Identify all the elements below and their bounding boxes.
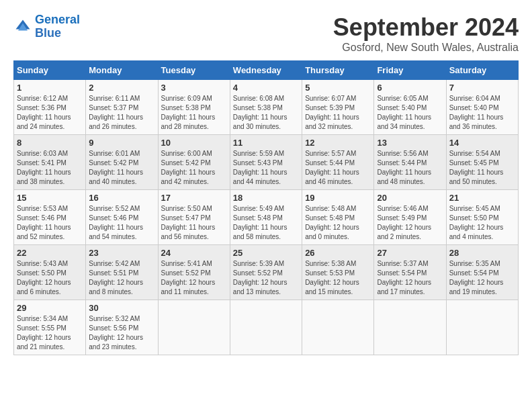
logo: General Blue xyxy=(13,13,80,40)
calendar-cell: 14Sunrise: 5:54 AMSunset: 5:45 PMDayligh… xyxy=(446,135,518,190)
logo-text: General Blue xyxy=(35,13,80,40)
calendar-cell: 11Sunrise: 5:59 AMSunset: 5:43 PMDayligh… xyxy=(230,135,302,190)
day-info: Sunrise: 6:08 AMSunset: 5:38 PMDaylight:… xyxy=(233,94,299,132)
day-number: 13 xyxy=(377,138,443,148)
day-info: Sunrise: 5:43 AMSunset: 5:50 PMDaylight:… xyxy=(17,259,83,297)
calendar-cell: 19Sunrise: 5:48 AMSunset: 5:48 PMDayligh… xyxy=(302,190,374,245)
calendar-cell: 22Sunrise: 5:43 AMSunset: 5:50 PMDayligh… xyxy=(14,245,86,300)
day-info: Sunrise: 5:54 AMSunset: 5:45 PMDaylight:… xyxy=(449,149,515,187)
column-header-sunday: Sunday xyxy=(14,61,86,80)
calendar-cell: 5Sunrise: 6:07 AMSunset: 5:39 PMDaylight… xyxy=(302,80,374,135)
day-number: 4 xyxy=(233,83,299,93)
calendar-cell: 25Sunrise: 5:39 AMSunset: 5:52 PMDayligh… xyxy=(230,245,302,300)
calendar-cell: 13Sunrise: 5:56 AMSunset: 5:44 PMDayligh… xyxy=(374,135,446,190)
calendar-cell: 23Sunrise: 5:42 AMSunset: 5:51 PMDayligh… xyxy=(86,245,158,300)
day-info: Sunrise: 5:42 AMSunset: 5:51 PMDaylight:… xyxy=(89,259,154,297)
day-number: 30 xyxy=(89,303,154,313)
day-number: 27 xyxy=(377,248,443,258)
day-number: 26 xyxy=(305,248,371,258)
calendar-cell: 26Sunrise: 5:38 AMSunset: 5:53 PMDayligh… xyxy=(302,245,374,300)
day-info: Sunrise: 5:53 AMSunset: 5:46 PMDaylight:… xyxy=(17,204,83,242)
day-number: 15 xyxy=(17,193,83,203)
day-info: Sunrise: 5:38 AMSunset: 5:53 PMDaylight:… xyxy=(305,259,371,297)
calendar-cell: 10Sunrise: 6:00 AMSunset: 5:42 PMDayligh… xyxy=(158,135,230,190)
day-info: Sunrise: 5:50 AMSunset: 5:47 PMDaylight:… xyxy=(161,204,227,242)
calendar-cell: 1Sunrise: 6:12 AMSunset: 5:36 PMDaylight… xyxy=(14,80,86,135)
column-header-friday: Friday xyxy=(374,61,446,80)
day-info: Sunrise: 5:59 AMSunset: 5:43 PMDaylight:… xyxy=(233,149,299,187)
day-info: Sunrise: 5:52 AMSunset: 5:46 PMDaylight:… xyxy=(89,204,154,242)
day-info: Sunrise: 6:03 AMSunset: 5:41 PMDaylight:… xyxy=(17,149,83,187)
day-number: 6 xyxy=(377,83,443,93)
day-info: Sunrise: 5:32 AMSunset: 5:56 PMDaylight:… xyxy=(89,314,154,352)
day-info: Sunrise: 6:12 AMSunset: 5:36 PMDaylight:… xyxy=(17,94,83,132)
day-number: 19 xyxy=(305,193,371,203)
day-info: Sunrise: 6:05 AMSunset: 5:40 PMDaylight:… xyxy=(377,94,443,132)
day-number: 5 xyxy=(305,83,371,93)
day-info: Sunrise: 5:49 AMSunset: 5:48 PMDaylight:… xyxy=(233,204,299,242)
day-info: Sunrise: 6:11 AMSunset: 5:37 PMDaylight:… xyxy=(89,94,154,132)
day-info: Sunrise: 5:46 AMSunset: 5:49 PMDaylight:… xyxy=(377,204,443,242)
day-number: 21 xyxy=(449,193,515,203)
day-info: Sunrise: 5:45 AMSunset: 5:50 PMDaylight:… xyxy=(449,204,515,242)
day-info: Sunrise: 5:56 AMSunset: 5:44 PMDaylight:… xyxy=(377,149,443,187)
day-number: 2 xyxy=(89,83,154,93)
calendar-cell: 28Sunrise: 5:35 AMSunset: 5:54 PMDayligh… xyxy=(446,245,518,300)
day-number: 11 xyxy=(233,138,299,148)
day-info: Sunrise: 6:01 AMSunset: 5:42 PMDaylight:… xyxy=(89,149,154,187)
calendar-cell xyxy=(158,300,230,355)
calendar-cell xyxy=(302,300,374,355)
calendar-cell: 9Sunrise: 6:01 AMSunset: 5:42 PMDaylight… xyxy=(86,135,158,190)
column-header-monday: Monday xyxy=(86,61,158,80)
logo-icon xyxy=(13,17,32,36)
day-number: 7 xyxy=(449,83,515,93)
calendar-week-row: 22Sunrise: 5:43 AMSunset: 5:50 PMDayligh… xyxy=(14,245,519,300)
calendar-subtitle: Gosford, New South Wales, Australia xyxy=(333,42,519,54)
calendar-cell: 2Sunrise: 6:11 AMSunset: 5:37 PMDaylight… xyxy=(86,80,158,135)
day-number: 25 xyxy=(233,248,299,258)
column-header-tuesday: Tuesday xyxy=(158,61,230,80)
day-info: Sunrise: 6:07 AMSunset: 5:39 PMDaylight:… xyxy=(305,94,371,132)
calendar-cell xyxy=(446,300,518,355)
calendar-week-row: 1Sunrise: 6:12 AMSunset: 5:36 PMDaylight… xyxy=(14,80,519,135)
calendar-cell: 30Sunrise: 5:32 AMSunset: 5:56 PMDayligh… xyxy=(86,300,158,355)
day-number: 22 xyxy=(17,248,83,258)
calendar-title: September 2024 xyxy=(333,13,519,42)
calendar-cell: 29Sunrise: 5:34 AMSunset: 5:55 PMDayligh… xyxy=(14,300,86,355)
calendar-cell xyxy=(230,300,302,355)
day-info: Sunrise: 5:37 AMSunset: 5:54 PMDaylight:… xyxy=(377,259,443,297)
day-number: 28 xyxy=(449,248,515,258)
calendar-week-row: 29Sunrise: 5:34 AMSunset: 5:55 PMDayligh… xyxy=(14,300,519,355)
column-header-thursday: Thursday xyxy=(302,61,374,80)
calendar-week-row: 8Sunrise: 6:03 AMSunset: 5:41 PMDaylight… xyxy=(14,135,519,190)
day-info: Sunrise: 6:04 AMSunset: 5:40 PMDaylight:… xyxy=(449,94,515,132)
day-info: Sunrise: 5:34 AMSunset: 5:55 PMDaylight:… xyxy=(17,314,83,352)
day-info: Sunrise: 5:48 AMSunset: 5:48 PMDaylight:… xyxy=(305,204,371,242)
calendar-cell xyxy=(374,300,446,355)
calendar-cell: 24Sunrise: 5:41 AMSunset: 5:52 PMDayligh… xyxy=(158,245,230,300)
day-info: Sunrise: 6:09 AMSunset: 5:38 PMDaylight:… xyxy=(161,94,227,132)
day-number: 24 xyxy=(161,248,227,258)
column-header-wednesday: Wednesday xyxy=(230,61,302,80)
day-number: 3 xyxy=(161,83,227,93)
calendar-body: 1Sunrise: 6:12 AMSunset: 5:36 PMDaylight… xyxy=(14,80,519,355)
calendar-cell: 15Sunrise: 5:53 AMSunset: 5:46 PMDayligh… xyxy=(14,190,86,245)
calendar-cell: 21Sunrise: 5:45 AMSunset: 5:50 PMDayligh… xyxy=(446,190,518,245)
day-number: 29 xyxy=(17,303,83,313)
day-number: 20 xyxy=(377,193,443,203)
calendar-cell: 3Sunrise: 6:09 AMSunset: 5:38 PMDaylight… xyxy=(158,80,230,135)
day-number: 23 xyxy=(89,248,154,258)
day-number: 16 xyxy=(89,193,154,203)
day-number: 14 xyxy=(449,138,515,148)
logo-line2: Blue xyxy=(35,26,61,40)
logo-line1: General xyxy=(35,13,80,26)
day-number: 10 xyxy=(161,138,227,148)
calendar-week-row: 15Sunrise: 5:53 AMSunset: 5:46 PMDayligh… xyxy=(14,190,519,245)
calendar-cell: 20Sunrise: 5:46 AMSunset: 5:49 PMDayligh… xyxy=(374,190,446,245)
calendar-cell: 8Sunrise: 6:03 AMSunset: 5:41 PMDaylight… xyxy=(14,135,86,190)
calendar-cell: 6Sunrise: 6:05 AMSunset: 5:40 PMDaylight… xyxy=(374,80,446,135)
calendar-cell: 17Sunrise: 5:50 AMSunset: 5:47 PMDayligh… xyxy=(158,190,230,245)
calendar-table: SundayMondayTuesdayWednesdayThursdayFrid… xyxy=(13,60,519,355)
calendar-cell: 12Sunrise: 5:57 AMSunset: 5:44 PMDayligh… xyxy=(302,135,374,190)
day-info: Sunrise: 5:41 AMSunset: 5:52 PMDaylight:… xyxy=(161,259,227,297)
